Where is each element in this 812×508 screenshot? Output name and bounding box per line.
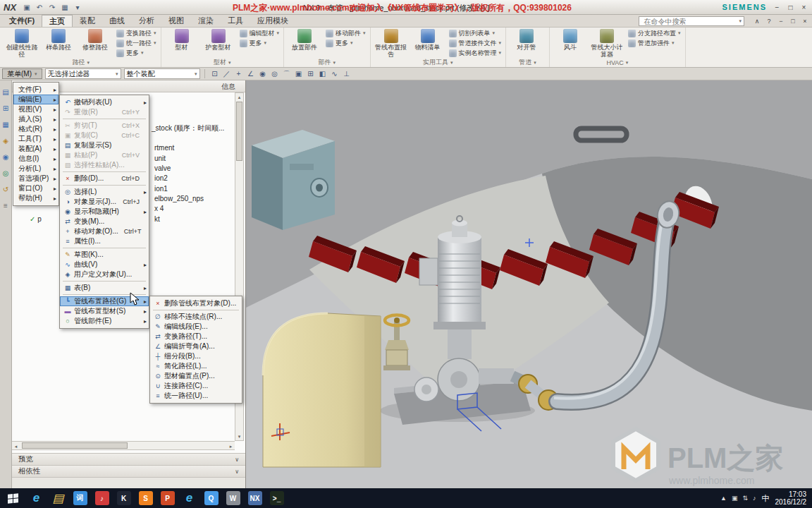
ribbon-tab[interactable]: 装配 <box>73 15 102 27</box>
scroll-left-icon[interactable]: ◂ <box>12 442 20 450</box>
office-icon[interactable]: W <box>222 488 244 508</box>
midpoint-snap-icon[interactable]: + <box>233 68 245 79</box>
face-snap-icon[interactable]: ◧ <box>317 68 328 79</box>
redo-icon[interactable]: ↷ <box>47 2 58 13</box>
menu-item[interactable]: 插入(S) ▸ <box>13 114 59 124</box>
network-icon[interactable]: ⇅ <box>742 495 748 502</box>
menu-item[interactable]: ◎ 选择(L) ▸ <box>60 187 149 197</box>
curve-snap-icon[interactable]: ∿ <box>329 68 340 79</box>
assembly-tree-item[interactable]: kt <box>154 215 160 223</box>
customize-dropdown-icon[interactable]: ▾ <box>72 2 83 13</box>
ribbon-group-caption[interactable]: 路径▾ <box>4 58 158 67</box>
scroll-down-icon[interactable]: ▾ <box>235 433 243 440</box>
help-icon[interactable]: ? <box>764 16 774 26</box>
assembly-tree-item[interactable]: unit <box>154 155 166 162</box>
terminal-icon[interactable]: >_ <box>266 488 288 508</box>
scrollbar-thumb[interactable] <box>22 442 128 449</box>
ribbon-small-button[interactable]: 实例名称管理 ▾ <box>448 48 503 58</box>
menu-item[interactable]: ┗ 管线布置路径(G) ▸ <box>60 296 149 306</box>
snap-point-icon[interactable]: ⊡ <box>209 68 221 79</box>
assembly-tree-item[interactable]: x 4 <box>154 205 164 212</box>
menu-button[interactable]: 菜单(M)▾ <box>2 68 42 79</box>
menu-item[interactable]: ∠ 编辑折弯角(A)... ▸ <box>150 341 242 351</box>
history-icon[interactable]: ↺ <box>1 185 11 194</box>
menu-item[interactable]: ▤ 复制显示(S) ▸ <box>60 140 149 150</box>
menu-item[interactable]: ┼ 细分段(B)... ▸ <box>150 351 242 361</box>
minimize-button[interactable]: − <box>772 2 782 12</box>
assembly-tree-item[interactable]: ion2 <box>154 174 168 182</box>
angle-snap-icon[interactable]: ∠ <box>245 68 257 79</box>
menu-item[interactable]: 分析(L) ▸ <box>13 164 59 174</box>
assembly-tree-item[interactable]: valve <box>154 164 171 172</box>
hd3d-tools-icon[interactable]: ◉ <box>1 152 11 162</box>
close-button[interactable]: × <box>799 2 809 12</box>
menu-item[interactable]: ∅ 移除不连续点(R)... ▸ <box>150 312 242 322</box>
minimize-ribbon-icon[interactable]: ∧ <box>752 16 762 26</box>
ribbon-tab[interactable]: 视图 <box>161 15 191 27</box>
menu-item[interactable]: + 移动对象(O)... Ctrl+T ▸ <box>60 226 149 236</box>
ribbon-button[interactable]: 创建线性路径 <box>4 28 39 58</box>
taskbar-clock[interactable]: 17:03 2016/12/2 <box>775 490 807 506</box>
ribbon-button[interactable]: 风斗 <box>553 28 588 58</box>
explorer-icon[interactable]: ▤ <box>47 488 69 508</box>
ribbon-button[interactable]: 修整路径 <box>78 28 113 58</box>
scrollbar-thumb[interactable] <box>236 102 242 161</box>
assembly-tree-item[interactable]: _stock (顺序：时间顺... <box>152 123 224 133</box>
assembly-tree-item[interactable]: rtment <box>154 144 174 152</box>
part-navigator-icon[interactable]: ▦ <box>1 120 11 129</box>
menu-item[interactable]: ▧ 选择性粘贴(A)... ▸ <box>60 160 149 170</box>
ribbon-button[interactable]: 放置部件 <box>287 28 322 58</box>
menu-item[interactable]: ∿ 曲线(V) ▸ <box>60 260 149 270</box>
endpoint-snap-icon[interactable]: ／ <box>221 68 233 79</box>
menu-item[interactable]: ◈ 用户定义对象(U)... ▸ <box>60 270 149 279</box>
roles-icon[interactable]: ≡ <box>1 201 11 210</box>
selection-filter-combo[interactable]: 无选择过滤器▾ <box>45 68 121 79</box>
ribbon-small-button[interactable]: 更多 ▾ <box>238 38 281 48</box>
ribbon-button[interactable]: 样条路径 <box>41 28 76 58</box>
menu-item[interactable]: 首选项(P) ▸ <box>13 174 59 183</box>
ribbon-tab[interactable]: 曲线 <box>102 15 132 27</box>
selection-scope-combo[interactable]: 整个装配▾ <box>124 68 200 79</box>
menu-item[interactable]: 编辑(E) ▸ <box>13 95 59 104</box>
menu-item[interactable]: ✎ 编辑线段(E)... ▸ <box>150 322 242 332</box>
action-center-icon[interactable]: ▣ <box>732 495 738 502</box>
menu-item[interactable]: 帮助(H) ▸ <box>13 193 59 203</box>
volume-icon[interactable]: ♪ <box>753 495 756 502</box>
ribbon-small-button[interactable]: 管道接件文件 ▾ <box>448 38 503 48</box>
ribbon-tab[interactable]: 渲染 <box>191 15 221 27</box>
ribbon-small-button[interactable]: 统一路径 ▾ <box>115 38 158 48</box>
sogou-icon[interactable]: S <box>135 488 156 508</box>
menu-item[interactable]: 格式(R) ▸ <box>13 124 59 134</box>
menu-item[interactable]: ◑ 对象显示(J)... Ctrl+J ▸ <box>60 197 149 207</box>
assembly-tree-item[interactable]: p <box>30 215 42 223</box>
menu-item[interactable]: ⇄ 变换(M)... ▸ <box>60 217 149 226</box>
arc-snap-icon[interactable]: ⌒ <box>281 68 293 79</box>
menu-item[interactable]: ▣ 复制(C) Ctrl+C ▸ <box>60 131 149 140</box>
ribbon-small-button[interactable]: 编辑型材 ▾ <box>238 28 281 38</box>
music-icon[interactable]: ♪ <box>91 488 113 508</box>
ribbon-button[interactable]: 对开管 <box>509 28 544 58</box>
intersection-snap-icon[interactable]: ◉ <box>257 68 269 79</box>
menu-item[interactable]: ▬ 管线布置型材(S) ▸ <box>60 306 149 316</box>
menu-item[interactable]: 信息(I) ▸ <box>13 154 59 164</box>
scroll-right-icon[interactable]: ▸ <box>227 442 235 450</box>
menu-item[interactable]: ≡ 统一路径(U)... ▸ <box>150 391 242 401</box>
scroll-up-icon[interactable]: ▴ <box>235 93 243 101</box>
ribbon-group-caption[interactable]: 管道▾ <box>509 58 546 67</box>
menu-item[interactable]: × 删除(D)... Ctrl+D ▸ <box>60 174 149 183</box>
menu-item[interactable]: ▦ 表(B) ▸ <box>60 283 149 293</box>
menu-item[interactable]: ✎ 草图(K)... ▸ <box>60 250 149 260</box>
constraint-navigator-icon[interactable]: ⊞ <box>1 104 11 113</box>
window-switch-icon[interactable]: ▦ <box>59 2 70 13</box>
menu-item[interactable]: ✂ 剪切(T) Ctrl+X ▸ <box>60 121 149 131</box>
ribbon-small-button[interactable]: 更多 ▾ <box>324 38 367 48</box>
command-search-input[interactable] <box>644 18 737 25</box>
ribbon-button[interactable]: 护套型材 <box>201 28 236 58</box>
search-dropdown-icon[interactable]: ▾ <box>739 18 742 24</box>
ribbon-tab[interactable]: 工具 <box>221 15 250 27</box>
normal-snap-icon[interactable]: ⊥ <box>341 68 352 79</box>
dependencies-section-header[interactable]: 相依性∨ <box>12 465 245 477</box>
maximize-button[interactable]: □ <box>785 2 796 12</box>
menu-item[interactable]: 视图(V) ▸ <box>13 104 59 114</box>
ribbon-button[interactable]: 管线大小计算器 <box>589 28 625 58</box>
